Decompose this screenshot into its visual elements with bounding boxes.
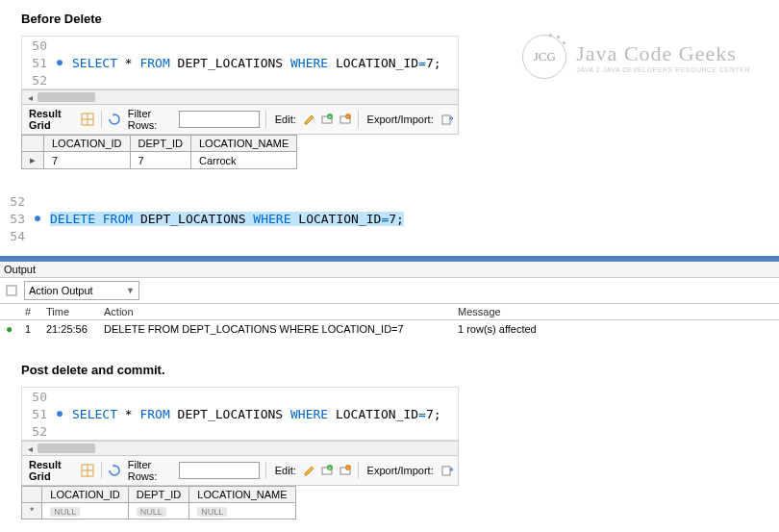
col-header[interactable]: LOCATION_ID <box>42 487 129 503</box>
col-header[interactable]: DEPT_ID <box>130 136 190 152</box>
output-type-dropdown[interactable]: Action Output ▼ <box>24 281 139 300</box>
delete-row-icon[interactable]: − <box>338 111 351 128</box>
result-table-before: LOCATION_ID DEPT_ID LOCATION_NAME ▸ 7 7 … <box>21 135 297 169</box>
table-row[interactable]: * NULL NULL NULL <box>22 503 296 519</box>
table-row[interactable]: ▸ 7 7 Carrock <box>22 152 297 169</box>
col-header[interactable]: DEPT_ID <box>128 487 188 503</box>
dropdown-value: Action Output <box>29 285 93 296</box>
grid-icon[interactable] <box>81 111 94 128</box>
sql-editor-before[interactable]: 5051●SELECT * FROM DEPT_LOCATIONS WHERE … <box>21 36 459 89</box>
scroll-left-icon[interactable]: ◂ <box>22 90 38 104</box>
filter-rows-input[interactable] <box>179 462 260 479</box>
scroll-thumb[interactable] <box>38 443 95 453</box>
export-import-label: Export/Import: <box>364 465 437 476</box>
logo-initials: JCG <box>534 49 556 64</box>
section-title-before: Before Delete <box>0 0 779 36</box>
null-badge: NULL <box>50 507 80 517</box>
chevron-down-icon: ▼ <box>126 286 135 295</box>
col-header[interactable]: # <box>19 304 40 320</box>
cell: 1 <box>19 320 40 339</box>
edit-icon[interactable] <box>303 111 316 128</box>
svg-rect-9 <box>442 115 450 124</box>
result-toolbar: Result Grid Filter Rows: Edit: + − Expor… <box>21 105 459 135</box>
cell[interactable]: Carrock <box>191 152 297 169</box>
watermark: JCG Java Code Geeks JAVA 2 JAVA DEVELOPE… <box>522 35 750 79</box>
output-panel: Output Action Output ▼ # Time Action Mes… <box>0 256 779 338</box>
scroll-thumb[interactable] <box>38 92 95 102</box>
row-pointer-icon: ▸ <box>22 152 44 169</box>
filter-rows-input[interactable] <box>179 111 260 128</box>
output-clear-icon[interactable] <box>3 282 20 299</box>
output-grid: # Time Action Message ● 1 21:25:56 DELET… <box>0 304 779 338</box>
svg-text:−: − <box>346 465 349 470</box>
sql-editor-delete[interactable]: 5253●DELETE FROM DEPT_LOCATIONS WHERE LO… <box>0 192 779 244</box>
svg-text:+: + <box>329 465 332 470</box>
logo-circle: JCG <box>522 35 566 79</box>
logo-subtext: JAVA 2 JAVA DEVELOPERS RESOURCE CENTER <box>576 66 750 73</box>
col-header[interactable]: Time <box>40 304 98 320</box>
row-handle-header <box>22 487 42 503</box>
refresh-icon[interactable] <box>107 111 120 128</box>
cell: 1 row(s) affected <box>452 320 779 339</box>
svg-text:−: − <box>346 114 349 119</box>
col-header[interactable]: Action <box>98 304 452 320</box>
result-table-post: LOCATION_ID DEPT_ID LOCATION_NAME * NULL… <box>21 486 296 519</box>
null-badge: NULL <box>137 507 166 517</box>
cell[interactable]: 7 <box>44 152 131 169</box>
col-header[interactable]: LOCATION_NAME <box>191 136 297 152</box>
output-title: Output <box>0 262 779 278</box>
cell: NULL <box>128 503 188 519</box>
delete-row-icon[interactable]: − <box>338 462 351 479</box>
row-handle-header <box>22 136 44 152</box>
add-row-icon[interactable]: + <box>320 111 334 128</box>
col-header[interactable]: LOCATION_ID <box>44 136 131 152</box>
result-grid-label: Result Grid <box>26 108 77 131</box>
horizontal-scrollbar[interactable]: ◂ <box>21 89 459 105</box>
svg-rect-20 <box>442 467 450 475</box>
cell: DELETE FROM DEPT_LOCATIONS WHERE LOCATIO… <box>98 320 452 339</box>
filter-rows-label: Filter Rows: <box>125 108 175 131</box>
cell: 21:25:56 <box>40 320 98 339</box>
sql-editor-post[interactable]: 5051●SELECT * FROM DEPT_LOCATIONS WHERE … <box>21 387 459 441</box>
col-header[interactable]: Message <box>452 304 779 320</box>
cell: NULL <box>42 503 129 519</box>
null-badge: NULL <box>197 507 227 517</box>
edit-label: Edit: <box>272 114 299 125</box>
export-icon[interactable] <box>440 462 454 479</box>
add-row-icon[interactable]: + <box>320 462 334 479</box>
edit-label: Edit: <box>272 465 299 476</box>
export-icon[interactable] <box>440 111 454 128</box>
result-toolbar: Result Grid Filter Rows: Edit: + − Expor… <box>21 456 459 486</box>
filter-rows-label: Filter Rows: <box>125 459 175 482</box>
cell: NULL <box>189 503 295 519</box>
logo-text: Java Code Geeks <box>576 41 750 66</box>
export-import-label: Export/Import: <box>364 114 437 125</box>
success-icon: ● <box>6 322 13 336</box>
svg-text:+: + <box>329 114 332 119</box>
svg-rect-10 <box>7 286 16 295</box>
row-new-icon: * <box>22 503 42 519</box>
grid-icon[interactable] <box>81 462 94 479</box>
section-title-post: Post delete and commit. <box>0 338 779 387</box>
output-row[interactable]: ● 1 21:25:56 DELETE FROM DEPT_LOCATIONS … <box>0 320 779 339</box>
col-header[interactable]: LOCATION_NAME <box>189 487 295 503</box>
refresh-icon[interactable] <box>107 462 120 479</box>
horizontal-scrollbar[interactable]: ◂ <box>21 441 459 456</box>
edit-icon[interactable] <box>303 462 316 479</box>
scroll-left-icon[interactable]: ◂ <box>22 442 38 455</box>
result-grid-label: Result Grid <box>26 459 77 482</box>
cell[interactable]: 7 <box>130 152 190 169</box>
